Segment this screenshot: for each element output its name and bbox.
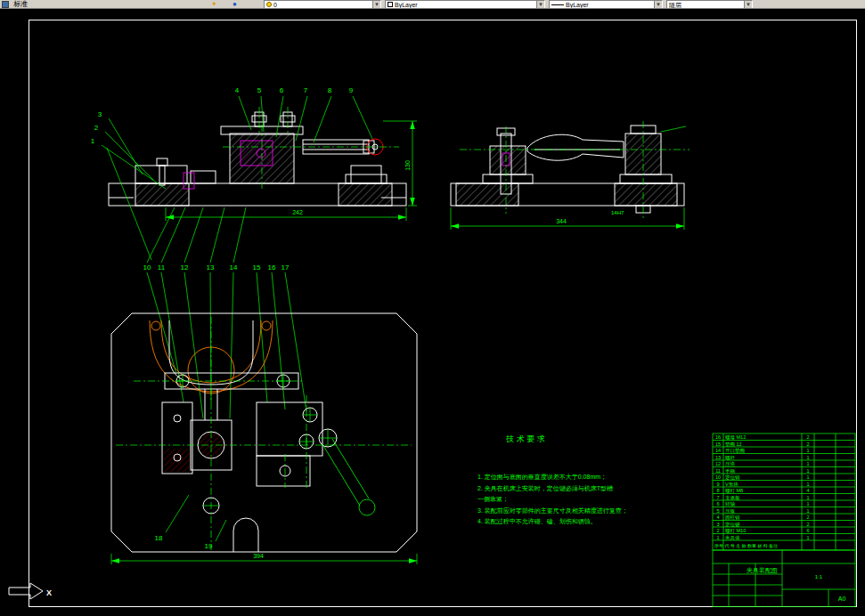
tech-requirement-line: 一侧靠紧； xyxy=(477,496,509,503)
chevron-down-icon: ▼ xyxy=(536,1,544,8)
balloon-label: 6 xyxy=(280,86,284,94)
balloon-label: 3 xyxy=(98,110,102,118)
tech-requirements: 技 术 要 求 1. 定位面与底面的垂直度误差不大于0.08mm； 2. 夹具在… xyxy=(477,434,628,525)
bom-qty: 4 xyxy=(806,488,809,493)
bom-qty: 2 xyxy=(806,442,809,447)
bom-desc: 定位销 xyxy=(725,474,740,481)
bom-desc: 圆柱销 xyxy=(725,515,740,521)
bom-qty: 2 xyxy=(806,522,809,527)
dim-text: 14H7 xyxy=(611,210,624,215)
bom-num: 4 xyxy=(716,515,719,520)
ucs-x-label: X xyxy=(46,588,52,597)
tech-requirement-line: 4. 装配过程中不允许碰、磕、划伤和锈蚀。 xyxy=(477,518,597,525)
cad-window: 标准 ✦ ● 0 ▼ ByLayer ▼ ByLayer ▼ 随层 ▼ xyxy=(0,0,865,616)
bom-num: 5 xyxy=(716,508,719,514)
linetype-combo-value: ByLayer xyxy=(566,1,589,9)
balloon-label: 19 xyxy=(205,542,213,550)
sphere-icon[interactable]: ● xyxy=(233,0,237,9)
bom-num: 1 xyxy=(716,535,719,540)
balloon-label: 7 xyxy=(304,86,308,94)
lineweight-combo-value: 随层 xyxy=(669,1,681,9)
bom-qty: 1 xyxy=(806,474,809,480)
bom-desc: V形块 xyxy=(725,482,739,487)
bom-desc: 夹具体 xyxy=(725,535,740,540)
bom-qty: 1 xyxy=(806,468,809,474)
balloon-label: 2 xyxy=(94,124,99,132)
bom-desc: 转轴 xyxy=(725,501,736,507)
bom-desc: 手柄 xyxy=(725,468,736,474)
chevron-down-icon: ▼ xyxy=(372,1,380,8)
lineweight-combo[interactable]: 随层 ▼ xyxy=(666,0,753,9)
tech-requirement-line: 3. 装配前应对零部件的主要尺寸及相关精度进行复查； xyxy=(477,507,628,515)
star-icon[interactable]: ✦ xyxy=(211,0,217,9)
red-hatch-area xyxy=(164,449,191,472)
bom-header: 序号 代 号 名 称 数量 材 料 备注 xyxy=(714,543,778,549)
ucs-icon: X xyxy=(9,583,52,599)
bom-num: 3 xyxy=(716,522,719,527)
bom-num: 14 xyxy=(715,448,721,453)
dimension-front-width: 242 xyxy=(166,207,406,221)
balloon-label: 16 xyxy=(268,263,276,272)
layer-combo-value: 0 xyxy=(273,1,277,9)
bom-qty: 1 xyxy=(806,535,809,540)
bom-table: 16螺母 M122 15垫圈 122 14开口垫圈1 13螺杆1 12压块1 1… xyxy=(713,434,855,550)
bom-desc: 螺钉 M8 xyxy=(725,488,743,493)
bom-num: 11 xyxy=(715,468,721,474)
bom-qty: 1 xyxy=(806,448,809,453)
balloon-label: 1 xyxy=(91,137,95,145)
bom-qty: 1 xyxy=(806,508,809,514)
balloon-label: 11 xyxy=(158,263,166,272)
color-combo[interactable]: ByLayer ▼ xyxy=(385,0,545,9)
drawing-canvas[interactable]: 4 5 6 7 8 9 3 2 1 242 130 xyxy=(0,9,865,616)
balloon-label: 8 xyxy=(328,86,332,94)
bom-desc: 定位键 xyxy=(725,522,740,528)
dim-text: 344 xyxy=(556,218,567,224)
drawing-title: 夹具装配图 xyxy=(747,567,778,574)
balloon-label: 14 xyxy=(230,263,238,272)
bom-desc: 压板 xyxy=(725,508,736,514)
bom-num: 7 xyxy=(716,495,719,500)
linetype-combo[interactable]: ByLayer ▼ xyxy=(549,0,663,9)
balloon-labels-bottom: 18 19 xyxy=(155,534,213,550)
sheet-size: A0 xyxy=(838,596,846,602)
bom-qty: 1 xyxy=(806,455,809,460)
bom-qty: 6 xyxy=(806,528,809,533)
bom-num: 8 xyxy=(716,488,719,493)
dim-text: 130 xyxy=(404,160,411,171)
bom-desc: 支承板 xyxy=(725,495,740,501)
bom-desc: 螺母 M12 xyxy=(725,434,746,440)
front-view xyxy=(102,96,406,263)
tech-requirement-line: 1. 定位面与底面的垂直度误差不大于0.08mm； xyxy=(477,474,607,481)
bom-desc: 压块 xyxy=(725,461,736,466)
balloon-leaders-middle xyxy=(147,272,306,418)
tech-requirements-title: 技 术 要 求 xyxy=(505,434,545,443)
plan-view xyxy=(111,313,417,552)
balloon-label: 4 xyxy=(235,86,240,94)
bom-num: 12 xyxy=(715,461,721,466)
dim-text: 394 xyxy=(253,553,264,559)
balloon-labels-front: 4 5 6 7 8 9 3 2 1 xyxy=(91,86,354,145)
title-block: 夹具装配图 1:1 A0 xyxy=(713,550,855,607)
balloon-label: 17 xyxy=(282,263,290,272)
bom-num: 10 xyxy=(715,474,721,480)
bom-desc: 垫圈 12 xyxy=(725,442,742,448)
bom-num: 13 xyxy=(715,455,721,460)
app-icon xyxy=(2,1,9,8)
balloon-labels-middle: 10 11 12 13 14 15 16 17 xyxy=(143,263,290,272)
bom-qty: 1 xyxy=(806,461,809,466)
tech-requirement-line: 2. 夹具在机床上安装时，定位键必须与机床T型槽 xyxy=(477,485,613,492)
balloon-label: 9 xyxy=(349,86,354,94)
layer-state-icon xyxy=(266,2,272,7)
layer-combo[interactable]: 0 ▼ xyxy=(264,0,381,9)
bom-num: 6 xyxy=(716,501,719,507)
color-combo-value: ByLayer xyxy=(395,1,418,9)
dimension-plan-width: 394 xyxy=(111,553,417,564)
bom-desc: 螺杆 xyxy=(725,455,736,460)
bom-qty: 1 xyxy=(806,482,809,487)
balloon-label: 12 xyxy=(181,263,189,272)
main-toolbar: 标准 ✦ ● 0 ▼ ByLayer ▼ ByLayer ▼ 随层 ▼ xyxy=(0,0,865,9)
balloon-label: 13 xyxy=(207,263,215,272)
bom-desc: 螺钉 M10 xyxy=(725,528,746,533)
bom-qty: 1 xyxy=(806,495,809,500)
bom-num: 9 xyxy=(716,482,719,487)
